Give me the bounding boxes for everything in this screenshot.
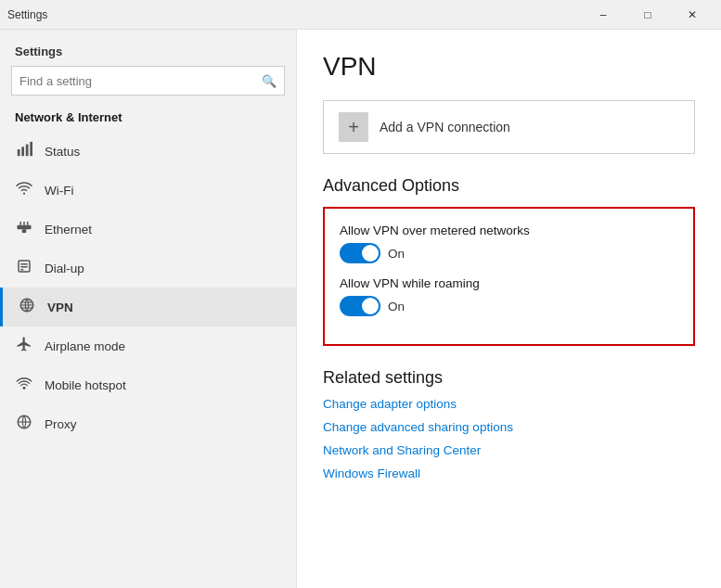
sidebar-item-vpn[interactable]: VPN <box>0 288 296 326</box>
toggle-row-roaming: Allow VPN while roaming On <box>340 276 678 316</box>
dialup-icon <box>15 258 33 278</box>
advanced-options-box: Allow VPN over metered networks On Allow… <box>323 207 695 346</box>
svg-rect-5 <box>20 222 22 225</box>
sidebar-item-vpn-label: VPN <box>47 300 73 314</box>
airplane-icon <box>15 336 33 356</box>
related-settings-title: Related settings <box>323 368 695 388</box>
toggle-thumb-metered <box>362 245 379 262</box>
sidebar-item-hotspot[interactable]: Mobile hotspot <box>0 365 296 404</box>
sidebar-item-hotspot-label: Mobile hotspot <box>45 378 126 392</box>
app-body: Settings 🔍 Network & Internet Status <box>0 30 721 588</box>
page-title: VPN <box>323 52 695 82</box>
sidebar-item-ethernet-label: Ethernet <box>45 223 92 236</box>
sidebar-item-dialup[interactable]: Dial-up <box>0 249 296 288</box>
sidebar-item-ethernet[interactable]: Ethernet <box>0 210 296 249</box>
svg-rect-12 <box>20 269 23 271</box>
sidebar-item-proxy[interactable]: Proxy <box>0 404 296 443</box>
sidebar-item-proxy-label: Proxy <box>45 417 77 431</box>
svg-rect-7 <box>27 222 29 225</box>
svg-rect-3 <box>30 142 32 156</box>
toggle-label-roaming: Allow VPN while roaming <box>340 276 678 290</box>
sidebar-item-airplane-label: Airplane mode <box>45 339 125 353</box>
search-input[interactable] <box>19 74 262 88</box>
sidebar-item-wifi[interactable]: Wi-Fi <box>0 171 296 210</box>
ethernet-icon <box>15 219 33 239</box>
title-bar: Settings – □ ✕ <box>0 0 721 30</box>
link-advanced-sharing[interactable]: Change advanced sharing options <box>323 420 695 434</box>
minimize-button[interactable]: – <box>582 0 624 30</box>
link-change-adapter[interactable]: Change adapter options <box>323 397 695 411</box>
link-network-sharing-center[interactable]: Network and Sharing Center <box>323 443 695 457</box>
proxy-icon <box>15 414 33 434</box>
svg-rect-0 <box>18 149 20 156</box>
svg-rect-1 <box>21 147 24 156</box>
sidebar-item-wifi-label: Wi-Fi <box>45 184 73 198</box>
sidebar-item-status-label: Status <box>45 145 80 159</box>
add-vpn-card[interactable]: + Add a VPN connection <box>323 100 695 154</box>
status-icon <box>15 141 33 161</box>
sidebar-item-status[interactable]: Status <box>0 132 296 171</box>
toggle-control-metered: On <box>340 243 678 263</box>
sidebar: Settings 🔍 Network & Internet Status <box>0 30 297 588</box>
search-icon: 🔍 <box>262 74 277 88</box>
svg-point-17 <box>23 387 26 390</box>
toggle-metered[interactable] <box>340 243 380 263</box>
hotspot-icon <box>15 375 33 395</box>
vpn-icon <box>18 297 36 317</box>
sidebar-item-dialup-label: Dial-up <box>45 262 84 275</box>
svg-rect-8 <box>22 229 27 233</box>
sidebar-header: Settings <box>0 30 296 66</box>
toggle-row-metered: Allow VPN over metered networks On <box>340 224 678 263</box>
plus-icon: + <box>339 112 368 142</box>
toggle-label-metered: Allow VPN over metered networks <box>340 224 678 237</box>
search-box[interactable]: 🔍 <box>11 66 285 96</box>
toggle-state-roaming: On <box>388 300 405 313</box>
toggle-state-metered: On <box>388 247 405 261</box>
svg-rect-4 <box>18 225 32 230</box>
svg-rect-2 <box>26 145 29 157</box>
app-title: Settings <box>7 8 47 21</box>
link-windows-firewall[interactable]: Windows Firewall <box>323 467 695 480</box>
toggle-thumb-roaming <box>362 298 379 314</box>
wifi-icon <box>15 180 33 200</box>
toggle-control-roaming: On <box>340 296 678 316</box>
window-controls: – □ ✕ <box>582 0 714 30</box>
close-button[interactable]: ✕ <box>671 0 714 30</box>
toggle-roaming[interactable] <box>340 296 380 316</box>
main-content: VPN + Add a VPN connection Advanced Opti… <box>297 30 721 588</box>
advanced-options-title: Advanced Options <box>323 176 695 196</box>
maximize-button[interactable]: □ <box>626 0 669 30</box>
svg-rect-10 <box>20 263 28 265</box>
svg-rect-6 <box>23 222 25 225</box>
svg-rect-11 <box>20 266 28 268</box>
section-label: Network & Internet <box>0 107 296 132</box>
add-vpn-label: Add a VPN connection <box>380 120 510 134</box>
sidebar-item-airplane[interactable]: Airplane mode <box>0 326 296 365</box>
plus-glyph: + <box>348 117 359 138</box>
